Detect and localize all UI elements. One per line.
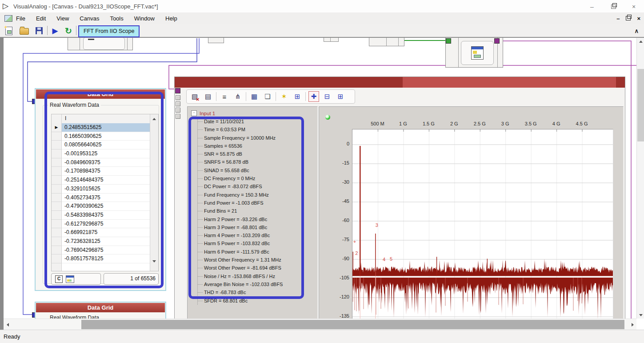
fft-from-iio-scope-button[interactable]: FFT From IIO Scope <box>78 25 140 37</box>
close-button[interactable]: × <box>626 3 641 11</box>
minimize-button[interactable]: – <box>584 3 600 11</box>
status-text: Ready <box>4 333 20 340</box>
zoom-vertical-icon[interactable]: ⊞ <box>335 91 346 102</box>
scroll-left-button[interactable] <box>4 319 12 330</box>
output-connector-purple[interactable] <box>494 38 500 44</box>
canvas-block-partial[interactable] <box>68 38 133 50</box>
mdi-restore-icon <box>626 16 631 20</box>
edge-handle[interactable] <box>176 114 180 119</box>
save-button[interactable] <box>34 25 44 36</box>
menu-bar: FileEditViewCanvasToolsWindowHelp – × <box>0 12 644 24</box>
menu-tools[interactable]: Tools <box>110 15 123 22</box>
canvas-horizontal-scrollbar[interactable] <box>4 319 636 330</box>
svg-text:3: 3 <box>376 222 378 228</box>
triangle-down-icon <box>639 314 643 316</box>
block-inner <box>83 38 125 50</box>
y-tick-label: -120 <box>336 294 349 299</box>
data-grid-title-bar[interactable]: Data Grid <box>36 303 165 312</box>
main-toolbar: ▶ ↻ FFT From IIO Scope ∧ <box>0 24 644 38</box>
menu-file[interactable]: File <box>16 15 25 22</box>
scroll-up-button[interactable] <box>637 38 644 45</box>
fft-input-connector[interactable] <box>175 88 180 93</box>
app-logo-icon: ▷ <box>3 1 8 11</box>
menu-view[interactable]: View <box>56 15 69 22</box>
application-window: ▷ VisualAnalog - [Canvas - Dual9213_IIOS… <box>0 0 644 343</box>
open-folder-icon <box>20 28 29 35</box>
x-tick-label: 1 G <box>393 121 413 126</box>
triangle-right-icon <box>632 323 634 327</box>
menu-window[interactable]: Window <box>134 15 155 22</box>
update-button[interactable]: ↻ <box>63 25 74 36</box>
block-divider <box>398 38 399 46</box>
toolbar-separator <box>47 26 48 35</box>
menu-help[interactable]: Help <box>165 15 177 22</box>
tree-collapse-icon[interactable]: - <box>191 110 197 116</box>
menu-items: FileEditViewCanvasToolsWindowHelp <box>16 12 177 24</box>
zoom-horizontal-icon[interactable]: ⊟ <box>322 91 332 102</box>
vertical-scroll-thumb[interactable] <box>637 69 644 141</box>
svg-text:5: 5 <box>390 256 392 262</box>
mdi-window-controls: – × <box>616 14 640 22</box>
canvas-vertical-scrollbar[interactable] <box>636 38 644 319</box>
y-tick-label: -105 <box>336 275 349 280</box>
fft-plot[interactable]: +2345 <box>352 129 613 319</box>
new-canvas-button[interactable] <box>4 25 14 36</box>
toolbar-chevron-button[interactable]: ∧ <box>634 27 639 35</box>
edge-handle[interactable] <box>176 95 180 100</box>
mdi-close-button[interactable]: × <box>637 15 640 22</box>
block-glyph <box>88 39 94 40</box>
svg-text:2: 2 <box>355 250 358 256</box>
canvas-block-partial[interactable] <box>208 38 224 43</box>
clear-plot-icon[interactable]: ▧✕ <box>189 91 200 102</box>
data-grid-window-bottom[interactable]: Data Grid Real Waveform Data <box>35 302 166 319</box>
canvas-left-frame <box>0 38 4 343</box>
mdi-restore-button[interactable] <box>626 14 631 22</box>
scroll-right-button[interactable] <box>628 319 636 330</box>
scroll-down-button[interactable] <box>637 311 644 319</box>
canvas-document-icon[interactable] <box>4 15 12 22</box>
svg-text:+: + <box>353 239 356 244</box>
x-tick-label: 500 M <box>367 121 388 126</box>
toolbar-separator <box>76 26 76 35</box>
horizontal-scroll-thumb[interactable] <box>81 320 624 329</box>
edge-handle[interactable] <box>176 101 180 106</box>
canvas-block-partial[interactable] <box>324 38 339 42</box>
fft-window-title-bar[interactable] <box>175 77 625 88</box>
x-tick-label: 4 G <box>546 121 567 126</box>
copy-plot-icon[interactable]: ❏ <box>262 91 273 102</box>
input-connector-green[interactable] <box>446 38 451 44</box>
y-tick-label: -45 <box>336 198 349 204</box>
menu-edit[interactable]: Edit <box>36 15 46 22</box>
toolbar-separator <box>305 92 306 101</box>
tree-root-label: Input 1 <box>200 111 215 116</box>
save-plot-icon[interactable]: ▦ <box>249 91 260 102</box>
save-icon <box>36 27 43 34</box>
block-divider <box>80 38 80 50</box>
graph-panel: 500 M1 G1.5 G2 G2.5 G3 G3.5 G4 G4.5 G 0-… <box>319 106 624 319</box>
run-button[interactable]: ▶ <box>50 25 60 36</box>
zoom-reset-icon[interactable]: ✚ <box>308 91 319 102</box>
annotation-rect-stats <box>188 117 304 299</box>
restore-icon <box>611 4 616 9</box>
canvas-block-partial[interactable] <box>369 38 404 46</box>
canvas[interactable]: Data Grid Real Waveform Data I ▶0.248535… <box>4 38 636 319</box>
open-button[interactable] <box>19 25 29 36</box>
x-tick-label: 2.5 G <box>469 121 490 126</box>
list-icon[interactable]: ≡ <box>219 91 230 102</box>
menu-canvas[interactable]: Canvas <box>80 15 99 22</box>
waveform-group-label: Real Waveform Data <box>48 315 101 319</box>
signal-tree-icon[interactable]: ⋔ <box>232 91 243 102</box>
grid-toggle-icon[interactable]: ⊞ <box>292 91 303 102</box>
mdi-minimize-button[interactable]: – <box>616 15 620 22</box>
tree-root-row[interactable]: - Input 1 <box>191 110 215 116</box>
restore-button[interactable] <box>606 3 621 11</box>
status-bar: Ready <box>0 330 644 343</box>
edge-handle[interactable] <box>176 108 180 113</box>
graph-toolbar: ▧✕▤≡⋔▦❏✶⊞✚⊟⊞ <box>186 89 355 104</box>
y-tick-label: 0 <box>336 141 349 146</box>
autoscale-icon[interactable]: ✶ <box>279 91 289 102</box>
x-tick-label: 4.5 G <box>572 121 592 126</box>
title-bar: ▷ VisualAnalog - [Canvas - Dual9213_IIOS… <box>0 0 644 12</box>
y-tick-label: -60 <box>336 218 349 223</box>
export-plot-icon[interactable]: ▤ <box>203 91 213 102</box>
